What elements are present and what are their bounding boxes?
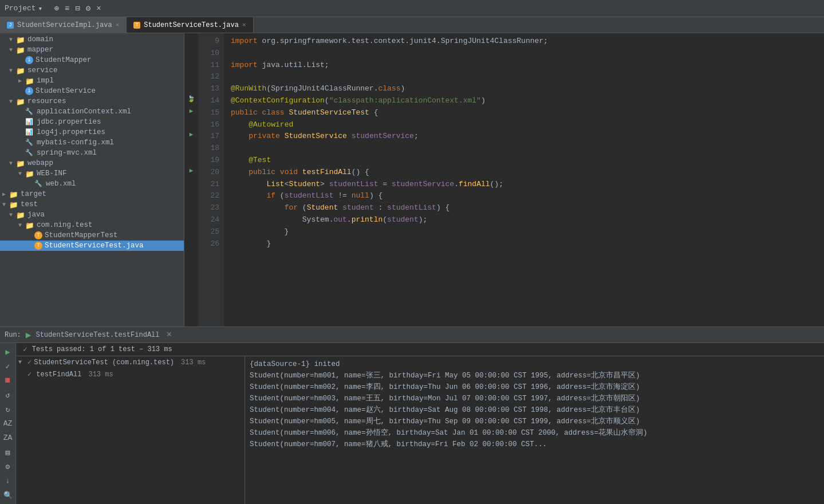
folder-icon-com-ning-test: 📁 bbox=[25, 221, 34, 229]
tree-item-mapper[interactable]: 📁 mapper bbox=[0, 45, 184, 55]
code-line-25: } bbox=[231, 226, 824, 238]
gutter-20[interactable]: ▶ bbox=[184, 164, 198, 176]
tree-item-mybatis[interactable]: 🔧 mybatis-config.xml bbox=[0, 137, 184, 148]
output-line-6: Student(number=hm006, name=孙悟空, birthday… bbox=[250, 427, 819, 439]
ln-14: 14 bbox=[198, 95, 224, 107]
output-panel: {dataSource-1} inited Student(number=hm0… bbox=[245, 356, 824, 504]
tree-item-web-xml[interactable]: 🔧 web.xml bbox=[0, 179, 184, 189]
xml-icon-web: 🔧 bbox=[34, 180, 44, 188]
chevron-down-icon: ▾ bbox=[38, 4, 43, 13]
sort-az-btn[interactable]: AZ bbox=[2, 418, 14, 429]
test-file-icon: T bbox=[133, 22, 140, 29]
tab-close-test[interactable]: × bbox=[242, 22, 246, 29]
folder-icon-webapp: 📁 bbox=[16, 159, 25, 167]
sort-za-btn[interactable]: ZA bbox=[2, 432, 14, 443]
project-dropdown[interactable]: Project ▾ bbox=[5, 4, 42, 13]
run-header: Run: ▶ StudentServiceTest.testFindAll × bbox=[0, 327, 824, 343]
project-label: Project bbox=[5, 4, 36, 13]
tree-item-impl[interactable]: 📁 impl bbox=[0, 76, 184, 86]
scroll-down-btn[interactable]: ↓ bbox=[2, 475, 14, 486]
folder-icon-service: 📁 bbox=[16, 66, 25, 74]
gutter-22 bbox=[184, 188, 198, 200]
tree-item-webinf[interactable]: 📁 WEB-INF bbox=[0, 168, 184, 179]
test-class-item[interactable]: ✓ StudentServiceTest (com.ning.test) 313… bbox=[16, 356, 245, 368]
code-line-14: @ContextConfiguration("classpath:applica… bbox=[231, 95, 824, 107]
tab-student-service-impl[interactable]: J StudentServiceImpl.java × bbox=[0, 17, 127, 33]
settings-icon[interactable]: ⚙ bbox=[86, 3, 90, 13]
tree-item-webapp[interactable]: 📁 webapp bbox=[0, 158, 184, 168]
config-btn[interactable]: ⚙ bbox=[2, 461, 14, 472]
play-btn[interactable]: ▶ bbox=[2, 346, 14, 357]
code-line-13: @RunWith(SpringJUnit4ClassRunner.class) bbox=[231, 83, 824, 95]
tree-item-student-service[interactable]: i StudentService bbox=[0, 86, 184, 96]
gutter-15[interactable]: ▶ bbox=[184, 105, 198, 117]
gutter-21 bbox=[184, 176, 198, 188]
arrow-target bbox=[2, 191, 9, 198]
folder-icon-mapper: 📁 bbox=[16, 46, 25, 54]
tab-close-impl[interactable]: × bbox=[116, 22, 120, 29]
list-icon[interactable]: ≡ bbox=[65, 4, 69, 13]
close-icon[interactable]: × bbox=[96, 4, 101, 13]
stop-btn[interactable]: ⏹ bbox=[2, 375, 14, 386]
badge-student-service-test: T bbox=[34, 242, 42, 250]
label-spring-mvc: spring-mvc.xml bbox=[37, 149, 97, 157]
tree-item-java[interactable]: 📁 java bbox=[0, 210, 184, 220]
run-close-icon[interactable]: × bbox=[167, 330, 172, 340]
label-student-mapper: StudentMapper bbox=[36, 56, 92, 64]
test-tree-panel: ✓ StudentServiceTest (com.ning.test) 313… bbox=[16, 356, 245, 504]
tree-item-student-mapper[interactable]: i StudentMapper bbox=[0, 55, 184, 65]
folder-icon-target: 📁 bbox=[9, 190, 18, 198]
ln-20: 20 bbox=[198, 167, 224, 179]
test-method-item[interactable]: ✓ testFindAll 313 ms bbox=[16, 368, 245, 380]
arrow-webapp bbox=[9, 160, 16, 167]
code-line-11: import java.util.List; bbox=[231, 60, 824, 72]
label-mybatis: mybatis-config.xml bbox=[37, 139, 114, 147]
label-log4j: log4j.properties bbox=[37, 128, 105, 136]
add-icon[interactable]: ⊕ bbox=[54, 3, 58, 13]
tab-bar: J StudentServiceImpl.java × T StudentSer… bbox=[0, 17, 824, 33]
check-btn[interactable]: ✓ bbox=[2, 361, 14, 372]
label-com-ning-test: com.ning.test bbox=[37, 221, 93, 229]
find-btn[interactable]: 🔍 bbox=[2, 490, 14, 501]
code-line-10 bbox=[231, 48, 824, 60]
tree-item-com-ning-test[interactable]: 📁 com.ning.test bbox=[0, 220, 184, 230]
tree-item-student-mapper-test[interactable]: T StudentMapperTest bbox=[0, 230, 184, 241]
tree-item-log4j[interactable]: 📊 log4j.properties bbox=[0, 127, 184, 137]
label-webapp: webapp bbox=[27, 159, 53, 167]
prop-icon-log4j: 📊 bbox=[25, 128, 34, 136]
tree-item-student-service-test[interactable]: T StudentServiceTest.java bbox=[0, 241, 184, 251]
tree-item-spring-mvc[interactable]: 🔧 spring-mvc.xml bbox=[0, 148, 184, 158]
gutter-19 bbox=[184, 152, 198, 164]
gutter-11 bbox=[184, 57, 198, 69]
filter-btn[interactable]: ▤ bbox=[2, 447, 14, 458]
tree-item-resources[interactable]: 📁 resources bbox=[0, 96, 184, 107]
tree-item-app-context[interactable]: 🔧 applicationContext.xml bbox=[0, 107, 184, 117]
folder-icon-webinf: 📁 bbox=[25, 170, 34, 178]
gutter-12 bbox=[184, 69, 198, 81]
arrow-java bbox=[9, 212, 16, 218]
code-view[interactable]: 🍃 ▶ ▶ ▶ 9 10 11 12 13 14 bbox=[184, 33, 824, 326]
ln-23: 23 bbox=[198, 202, 224, 214]
folder-icon-impl: 📁 bbox=[25, 77, 34, 85]
folder-icon-domain: 📁 bbox=[16, 36, 25, 44]
arrow-test bbox=[2, 202, 9, 208]
java-file-icon: J bbox=[7, 22, 14, 29]
tree-item-domain[interactable]: 📁 domain bbox=[0, 34, 184, 45]
code-line-9: import org.springframework.test.context.… bbox=[231, 36, 824, 48]
code-line-18 bbox=[231, 143, 824, 155]
tree-item-jdbc[interactable]: 📊 jdbc.properties bbox=[0, 117, 184, 127]
rerun-btn[interactable]: ↺ bbox=[2, 389, 14, 400]
gutter-17[interactable]: ▶ bbox=[184, 128, 198, 140]
title-icons: ⊕ ≡ ⊟ ⚙ × bbox=[54, 3, 101, 13]
ln-12: 12 bbox=[198, 71, 224, 83]
tree-item-target[interactable]: 📁 target bbox=[0, 189, 184, 199]
tree-item-service[interactable]: 📁 service bbox=[0, 65, 184, 76]
minus-icon[interactable]: ⊟ bbox=[75, 3, 80, 13]
label-test-method: testFindAll bbox=[36, 371, 81, 379]
tree-item-test[interactable]: 📁 test bbox=[0, 199, 184, 210]
badge-student-mapper: i bbox=[25, 56, 33, 64]
label-student-mapper-test: StudentMapperTest bbox=[45, 231, 118, 239]
tab-student-service-test[interactable]: T StudentServiceTest.java × bbox=[127, 17, 253, 33]
file-tree[interactable]: 📁 domain 📁 mapper i StudentMapper 📁 serv… bbox=[0, 33, 184, 326]
rerun-fail-btn[interactable]: ↻ bbox=[2, 404, 14, 415]
